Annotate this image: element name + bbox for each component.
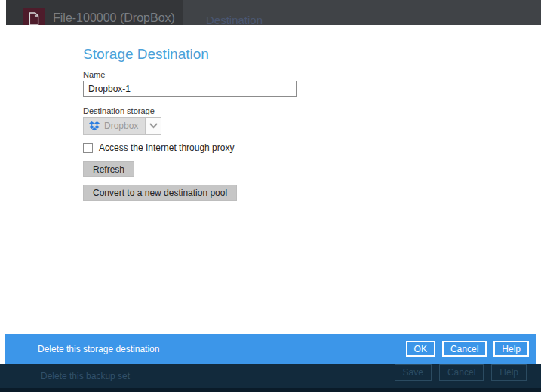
dialog-right-border (536, 25, 536, 364)
dropdown-selected-option: Dropbox (84, 118, 145, 134)
cancel-button-disabled: Cancel (439, 364, 484, 381)
name-label: Name (83, 70, 105, 79)
backup-set-title: File-100000 (DropBox) (53, 11, 175, 25)
cancel-button[interactable]: Cancel (442, 341, 487, 357)
help-button[interactable]: Help (493, 341, 529, 357)
backup-set-footer: Delete this backup set Save Cancel Help (0, 364, 541, 388)
backup-set-footer-buttons: Save Cancel Help (395, 364, 527, 381)
save-button-disabled: Save (395, 364, 432, 381)
proxy-checkbox-row: Access the Internet through proxy (83, 142, 234, 153)
delete-storage-destination-link[interactable]: Delete this storage destination (38, 344, 159, 354)
dialog-footer: Delete this storage destination OK Cance… (5, 334, 536, 364)
dropbox-icon (89, 121, 100, 131)
bottom-strip (0, 388, 541, 392)
name-input[interactable] (83, 81, 297, 97)
document-icon (28, 11, 40, 25)
page-title-destination: Destination (206, 14, 263, 25)
dropdown-selected-label: Dropbox (104, 121, 138, 131)
app-header: File-100000 (DropBox) Destination (6, 0, 541, 25)
destination-storage-dropdown[interactable]: Dropbox (83, 117, 161, 135)
dialog-footer-buttons: OK Cancel Help (406, 341, 529, 357)
refresh-button[interactable]: Refresh (83, 161, 134, 177)
dialog-title: Storage Destination (83, 46, 209, 63)
dropdown-arrow-button[interactable] (145, 118, 161, 134)
delete-backup-set-link: Delete this backup set (41, 371, 130, 381)
destination-storage-label: Destination storage (83, 106, 155, 115)
chevron-down-icon (149, 123, 158, 129)
help-button-disabled: Help (491, 364, 527, 381)
ok-button[interactable]: OK (406, 341, 435, 357)
convert-to-pool-button[interactable]: Convert to a new destination pool (83, 185, 237, 201)
backup-set-icon (23, 8, 45, 25)
app-window: File-100000 (DropBox) Destination Storag… (0, 0, 541, 392)
proxy-checkbox-label: Access the Internet through proxy (99, 142, 234, 153)
proxy-checkbox[interactable] (83, 143, 93, 153)
